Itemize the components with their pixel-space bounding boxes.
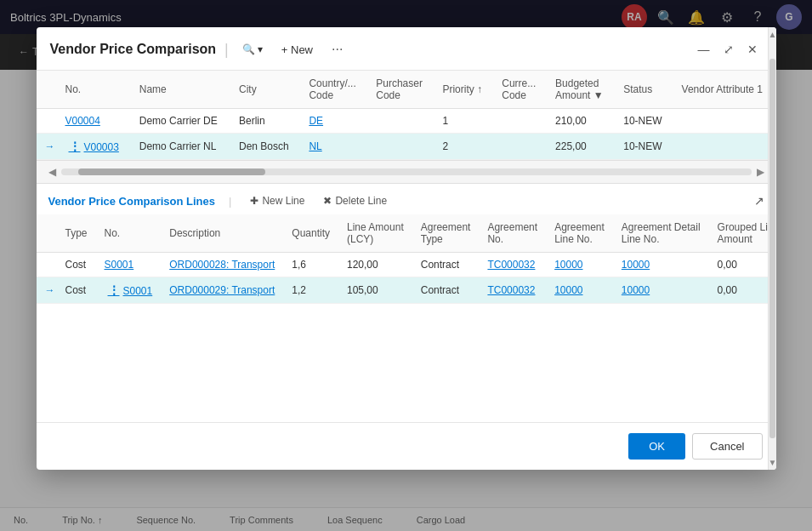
cell-type: Cost: [57, 253, 96, 277]
th-quantity: Quantity: [283, 214, 338, 253]
cell-country_code[interactable]: DE: [300, 109, 367, 134]
delete-line-button[interactable]: ✖ Delete Line: [318, 192, 392, 209]
row-arrow-cell: →: [37, 277, 57, 304]
cell-no[interactable]: ⋮S0001: [96, 277, 162, 304]
scroll-up-arrow[interactable]: ▲: [769, 27, 776, 42]
th-name: Name: [131, 71, 230, 109]
row-arrow-cell: →: [37, 134, 57, 160]
scroll-thumb[interactable]: [78, 168, 265, 175]
cell-agreement_line_no[interactable]: 10000: [546, 253, 613, 277]
cell-grouped_line_amount: 0,00: [709, 253, 776, 277]
cell-budgeted_amount: 210,00: [547, 109, 615, 134]
vendor-table: No. Name City Country/...Code PurchaserC…: [37, 71, 776, 160]
cell-line_amount: 105,00: [338, 277, 412, 304]
modal-overlay: Vendor Price Comparison | 🔍 ▾ + New ··· …: [0, 0, 812, 531]
cell-no[interactable]: S0001: [96, 253, 162, 277]
cell-agreement_type: Contract: [412, 253, 480, 277]
cell-city: Berlin: [230, 109, 300, 134]
modal-expand-button[interactable]: ⤢: [718, 39, 739, 60]
cell-vendor_attribute_1: [673, 134, 776, 160]
th-agreement-detail: Agreement DetailLine No.: [613, 214, 709, 253]
bottom-table-row[interactable]: →Cost⋮S0001ORD000029: Transport1,2105,00…: [37, 277, 776, 304]
th-agreement-type: AgreementType: [412, 214, 480, 253]
modal-new-button[interactable]: + New: [275, 41, 320, 59]
th-agreement-line: AgreementLine No.: [546, 214, 613, 253]
row-arrow-cell: [37, 109, 57, 134]
cancel-button[interactable]: Cancel: [692, 433, 762, 460]
cell-status: 10-NEW: [615, 134, 673, 160]
th-type: Type: [57, 214, 96, 253]
cell-agreement_line_no[interactable]: 10000: [546, 277, 613, 304]
horizontal-scroll-area[interactable]: ◀ ▶: [37, 160, 776, 184]
modal-title: Vendor Price Comparison: [50, 42, 217, 57]
cell-status: 10-NEW: [615, 109, 673, 134]
modal-header: Vendor Price Comparison | 🔍 ▾ + New ··· …: [37, 27, 776, 71]
scroll-right-arrow[interactable]: ▶: [752, 166, 769, 178]
arrow-col-header-2: [37, 214, 57, 253]
row-menu-button[interactable]: ⋮: [65, 140, 84, 153]
cell-agreement_detail_line_no[interactable]: 10000: [613, 253, 709, 277]
arrow-col-header: [37, 71, 57, 109]
top-table-header-row: No. Name City Country/...Code PurchaserC…: [37, 71, 776, 109]
expand-icon: ⤢: [724, 43, 734, 56]
cell-currency_code: [493, 134, 547, 160]
modal-header-right: — ⤢ ✕: [693, 39, 763, 60]
cell-purchaser_code: [367, 134, 434, 160]
search-icon: 🔍: [242, 43, 255, 55]
th-agreement-no: AgreementNo.: [479, 214, 546, 253]
cell-priority: 1: [434, 109, 493, 134]
cell-no[interactable]: ⋮V00003: [57, 134, 131, 160]
modal-scroll-thumb[interactable]: [769, 59, 775, 438]
th-purchaser: PurchaserCode: [367, 71, 434, 109]
cell-line_amount: 120,00: [338, 253, 412, 277]
cell-agreement_detail_line_no[interactable]: 10000: [613, 277, 709, 304]
bottom-table-row[interactable]: CostS0001ORD000028: Transport1,6120,00Co…: [37, 253, 776, 277]
top-table-row[interactable]: →⋮V00003Demo Carrier NLDen BoschNL2225,0…: [37, 134, 776, 160]
new-label: + New: [281, 43, 313, 56]
cell-description[interactable]: ORD000029: Transport: [161, 277, 283, 304]
modal-scrollbar[interactable]: ▲ ▼: [768, 27, 776, 470]
ok-button[interactable]: OK: [628, 433, 685, 460]
cell-name: Demo Carrier NL: [131, 134, 230, 160]
cell-quantity: 1,6: [283, 253, 338, 277]
cell-no[interactable]: V00004: [57, 109, 131, 134]
new-line-icon: ✚: [250, 195, 258, 207]
cell-quantity: 1,2: [283, 277, 338, 304]
cell-agreement_no[interactable]: TC000032: [479, 253, 546, 277]
modal-search-button[interactable]: 🔍 ▾: [237, 41, 268, 58]
lines-table: Type No. Description Quantity Line Amoun…: [37, 214, 776, 304]
th-line-amount: Line Amount(LCY): [338, 214, 412, 253]
modal-more-button[interactable]: ···: [327, 39, 348, 60]
row-arrow-cell: [37, 253, 57, 277]
cell-agreement_type: Contract: [412, 277, 480, 304]
modal-footer: OK Cancel: [37, 422, 776, 470]
cell-vendor_attribute_1: [673, 109, 776, 134]
row-menu-button[interactable]: ⋮: [105, 283, 123, 297]
cell-description[interactable]: ORD000028: Transport: [161, 253, 283, 277]
lines-section-title: Vendor Price Comparison Lines: [48, 195, 216, 208]
header-divider: |: [224, 41, 229, 59]
modal-content: No. Name City Country/...Code PurchaserC…: [37, 71, 776, 422]
modal-close-button[interactable]: ✕: [742, 39, 763, 60]
new-line-button[interactable]: ✚ New Line: [245, 192, 309, 209]
cell-purchaser_code: [367, 109, 434, 134]
scroll-left-arrow[interactable]: ◀: [43, 166, 61, 178]
top-table-row[interactable]: V00004Demo Carrier DEBerlinDE1210,0010-N…: [37, 109, 776, 134]
modal-minimize-button[interactable]: —: [693, 39, 715, 60]
scroll-track[interactable]: [61, 168, 752, 175]
export-button[interactable]: ↗: [754, 194, 764, 208]
close-icon: ✕: [747, 43, 758, 56]
cell-country_code[interactable]: NL: [300, 134, 367, 160]
cell-type: Cost: [57, 277, 96, 304]
cell-agreement_no[interactable]: TC000032: [479, 277, 546, 304]
modal-header-actions: 🔍 ▾ + New ···: [237, 39, 349, 60]
minimize-icon: —: [698, 43, 710, 56]
th-no: No.: [57, 71, 131, 109]
delete-line-label: Delete Line: [335, 195, 387, 207]
cell-currency_code: [493, 109, 547, 134]
search-dropdown-icon: ▾: [258, 43, 263, 55]
delete-line-icon: ✖: [323, 195, 332, 207]
th-budget: BudgetedAmount ▼: [547, 71, 615, 109]
th-description: Description: [161, 214, 283, 253]
scroll-down-arrow[interactable]: ▼: [769, 455, 776, 470]
